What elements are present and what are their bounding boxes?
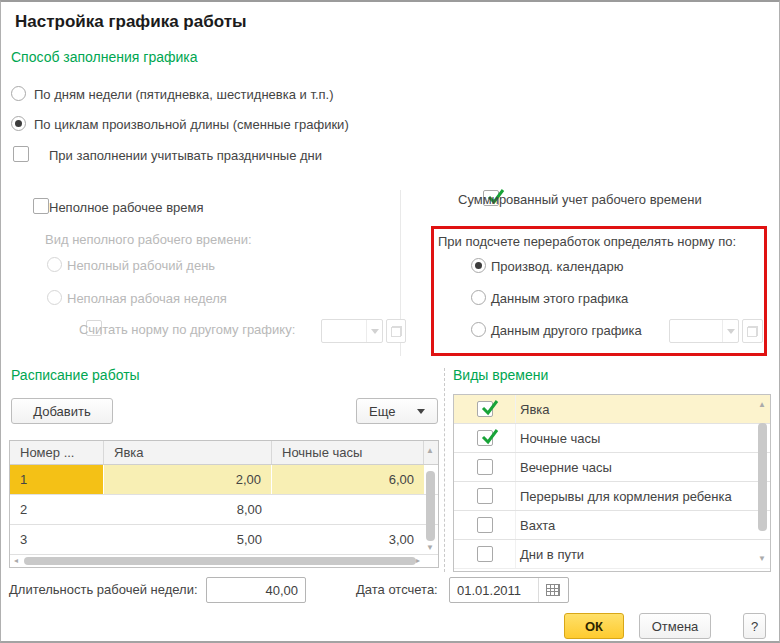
open-picker-icon (391, 326, 402, 337)
open-picker-icon (747, 326, 758, 337)
dropdown-arrow-icon[interactable] (722, 320, 738, 342)
page-title: Настройка графика работы (15, 12, 247, 32)
norm-other-schedule-input[interactable] (322, 320, 366, 342)
more-button[interactable]: Еще (356, 398, 438, 424)
start-date-field (449, 577, 569, 603)
ok-button-label: ОК (585, 619, 603, 634)
cancel-button-label: Отмена (652, 619, 699, 634)
cell-night[interactable]: 3,00 (272, 525, 424, 554)
fill-method-heading: Способ заполнения графика (11, 49, 198, 65)
table-row[interactable]: 1 2,00 6,00 (10, 465, 438, 495)
dropdown-arrow-icon[interactable] (366, 320, 382, 342)
calendar-icon (546, 584, 560, 596)
overtime-norm-label: При подсчете переработок определять норм… (438, 233, 736, 250)
cell-attendance[interactable]: 5,00 (104, 525, 272, 554)
radio-by-weekdays-label[interactable]: По дням недели (пятидневка, шестидневка … (34, 86, 334, 103)
radio-by-weekdays[interactable] (11, 86, 26, 101)
schedule-heading: Расписание работы (11, 367, 140, 383)
bottom-panes-splitter[interactable] (444, 368, 445, 572)
summary-accounting-checkbox-label[interactable]: Суммированный учет рабочего времени (458, 191, 702, 208)
scroll-left-icon[interactable]: ◂ (14, 557, 18, 565)
radio-by-cycles[interactable] (11, 116, 26, 131)
radio-part-time-week[interactable] (47, 290, 62, 305)
list-vertical-scrollbar[interactable] (758, 423, 767, 531)
radio-norm-production-calendar[interactable] (471, 258, 486, 273)
norm-other-schedule-checkbox-label[interactable]: Считать норму по другому графику: (79, 321, 295, 338)
list-item[interactable]: Перерывы для кормления ребенка (454, 482, 770, 511)
add-button[interactable]: Добавить (11, 398, 113, 424)
scroll-right-icon[interactable]: ▸ (416, 557, 420, 565)
time-type-checkbox[interactable] (477, 488, 493, 504)
part-time-checkbox-label[interactable]: Неполное рабочее время (49, 199, 203, 216)
column-header-attendance[interactable]: Явка (104, 441, 272, 464)
scroll-up-icon[interactable]: ▲ (426, 447, 434, 455)
cell-number[interactable]: 2 (10, 495, 104, 524)
time-type-label[interactable]: Вечерние часы (516, 460, 612, 475)
time-type-label[interactable]: Дни в пути (516, 547, 584, 562)
cell-night[interactable]: 6,00 (272, 465, 424, 494)
time-type-checkbox[interactable] (477, 517, 493, 533)
time-type-checkbox[interactable] (477, 546, 493, 562)
part-time-kind-label: Вид неполного рабочего времени: (45, 231, 252, 248)
list-item[interactable]: Ночные часы (454, 424, 770, 453)
table-row[interactable]: 2 8,00 (10, 495, 438, 525)
week-length-input[interactable] (206, 577, 306, 603)
checkmark-icon (478, 426, 500, 448)
time-type-checkbox[interactable] (477, 459, 493, 475)
overtime-other-schedule-open-button[interactable] (742, 319, 763, 343)
cell-night[interactable] (272, 495, 424, 524)
scroll-down-icon[interactable]: ▼ (758, 555, 766, 563)
time-type-label[interactable]: Явка (516, 402, 550, 417)
part-time-checkbox[interactable] (33, 198, 49, 214)
holidays-checkbox-label[interactable]: При заполнении учитывать праздничные дни (49, 147, 322, 164)
radio-part-time-day[interactable] (47, 257, 62, 272)
overtime-other-schedule-input[interactable] (670, 320, 722, 342)
table-horizontal-scrollbar[interactable] (24, 557, 416, 565)
radio-by-cycles-label[interactable]: По циклам произвольной длины (сменные гр… (34, 116, 349, 133)
radio-norm-production-calendar-label[interactable]: Производ. календарю (491, 258, 624, 275)
list-item[interactable]: Явка (454, 395, 770, 424)
time-types-heading: Виды времени (453, 367, 548, 383)
table-row[interactable]: 3 5,00 3,00 (10, 525, 438, 555)
cancel-button[interactable]: Отмена (639, 613, 711, 639)
scroll-down-icon[interactable]: ▼ (426, 544, 434, 552)
time-type-label[interactable]: Ночные часы (516, 431, 600, 446)
overtime-other-schedule-combo[interactable] (669, 319, 739, 343)
column-header-night-hours[interactable]: Ночные часы (272, 441, 424, 464)
cell-attendance[interactable]: 2,00 (104, 465, 272, 494)
schedule-table-header: Номер ... Явка Ночные часы (10, 441, 438, 465)
scroll-up-icon[interactable]: ▲ (758, 401, 766, 409)
week-length-label: Длительность рабочей недели: (9, 577, 198, 603)
cell-number[interactable]: 1 (10, 465, 104, 494)
cell-attendance[interactable]: 8,00 (104, 495, 272, 524)
radio-part-time-day-label[interactable]: Неполный рабочий день (67, 257, 215, 274)
work-schedule-settings-dialog: Настройка графика работы Способ заполнен… (0, 0, 780, 643)
list-item[interactable]: Вечерние часы (454, 453, 770, 482)
holidays-checkbox[interactable] (13, 146, 29, 162)
more-button-label: Еще (369, 404, 395, 419)
add-button-label: Добавить (33, 404, 90, 419)
radio-norm-this-schedule-label[interactable]: Данным этого графика (491, 290, 628, 307)
norm-other-schedule-open-button[interactable] (386, 319, 406, 343)
list-item[interactable]: Вахта (454, 511, 770, 540)
cell-number[interactable]: 3 (10, 525, 104, 554)
start-date-input[interactable] (450, 578, 538, 602)
radio-norm-this-schedule[interactable] (471, 290, 486, 305)
calendar-button[interactable] (538, 578, 567, 602)
radio-part-time-week-label[interactable]: Неполная рабочая неделя (67, 290, 227, 307)
checkmark-icon (478, 397, 500, 419)
chevron-down-icon (417, 409, 425, 414)
ok-button[interactable]: ОК (564, 613, 624, 639)
table-vertical-scrollbar[interactable] (426, 471, 435, 541)
radio-norm-other-schedule-label[interactable]: Данным другого графика (491, 322, 642, 339)
time-type-checkbox[interactable] (477, 430, 493, 446)
help-button[interactable]: ? (743, 613, 766, 639)
time-type-label[interactable]: Вахта (516, 518, 555, 533)
norm-other-schedule-combo[interactable] (321, 319, 383, 343)
time-type-checkbox[interactable] (477, 401, 493, 417)
time-type-label[interactable]: Перерывы для кормления ребенка (516, 489, 732, 504)
time-types-list: Явка Ночные часы Вечерние часы Перерывы … (453, 394, 771, 572)
list-item[interactable]: Дни в пути (454, 540, 770, 569)
radio-norm-other-schedule[interactable] (471, 322, 486, 337)
column-header-number[interactable]: Номер ... (10, 441, 104, 464)
